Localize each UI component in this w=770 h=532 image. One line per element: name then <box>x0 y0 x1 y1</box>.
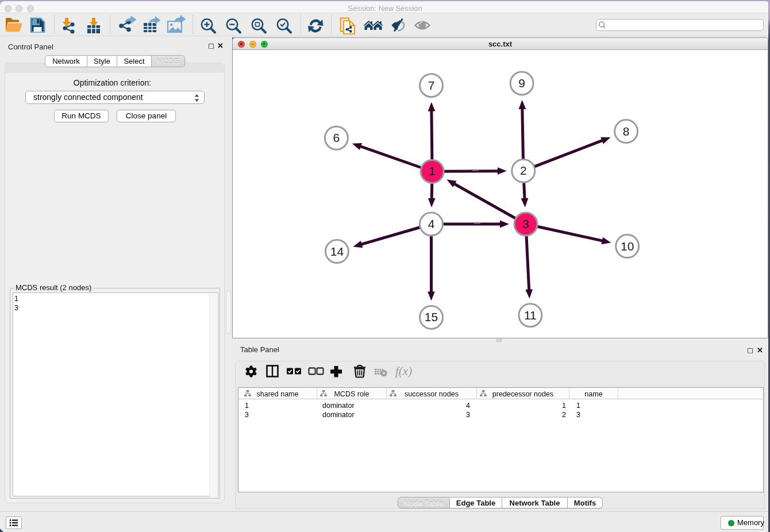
svg-text:3: 3 <box>522 217 529 230</box>
svg-text:8: 8 <box>623 125 630 138</box>
svg-text:4: 4 <box>428 217 435 230</box>
svg-text:6: 6 <box>333 131 340 144</box>
svg-text:1: 1 <box>429 164 436 178</box>
svg-text:15: 15 <box>425 310 438 323</box>
svg-text:f(x): f(x) <box>395 364 412 378</box>
svg-text:9: 9 <box>518 76 525 90</box>
svg-text:2: 2 <box>520 164 527 177</box>
svg-text:7: 7 <box>428 79 435 92</box>
svg-text:14: 14 <box>330 245 344 258</box>
svg-text:10: 10 <box>621 240 634 253</box>
svg-text:11: 11 <box>524 309 537 322</box>
